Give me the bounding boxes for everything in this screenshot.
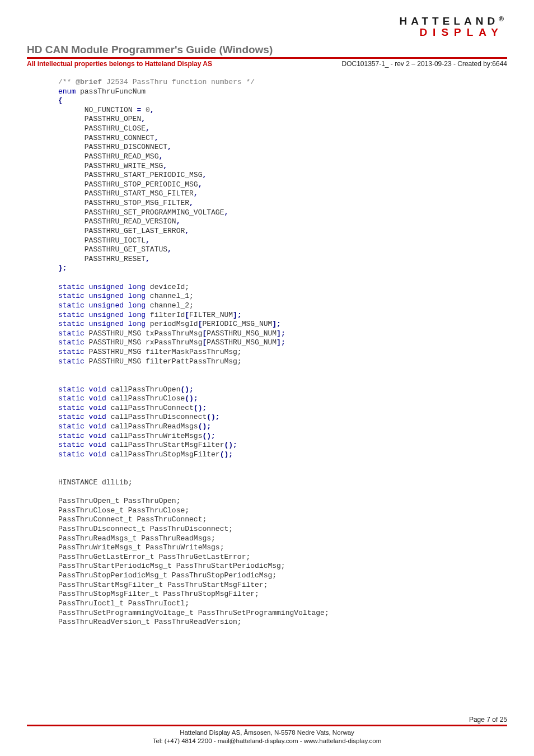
brand-logo: HATTELAND® DISPLAY [27, 16, 507, 38]
brand-registered: ® [499, 15, 504, 23]
doc-info: DOC101357-1_ - rev 2 – 2013-09-23 - Crea… [341, 60, 507, 68]
header-rule [27, 57, 507, 59]
brand-line1: HATTELAND [399, 15, 499, 27]
page-number: Page 7 of 25 [27, 716, 507, 725]
footer-address-1: Hatteland Display AS, Åmsosen, N-5578 Ne… [27, 729, 507, 738]
page-title: HD CAN Module Programmer's Guide (Window… [27, 44, 507, 56]
brand-line2: DISPLAY [27, 27, 504, 38]
footer-rule [27, 725, 507, 726]
subheader: All intellectual properties belongs to H… [27, 60, 507, 68]
ip-notice: All intellectual properties belongs to H… [27, 60, 212, 68]
page-footer: Page 7 of 25 Hatteland Display AS, Åmsos… [27, 716, 507, 746]
footer-address-2: Tel: (+47) 4814 2200 - mail@hatteland-di… [27, 737, 507, 746]
code-listing: /** @brief J2534 PassThru function numbe… [58, 78, 507, 627]
